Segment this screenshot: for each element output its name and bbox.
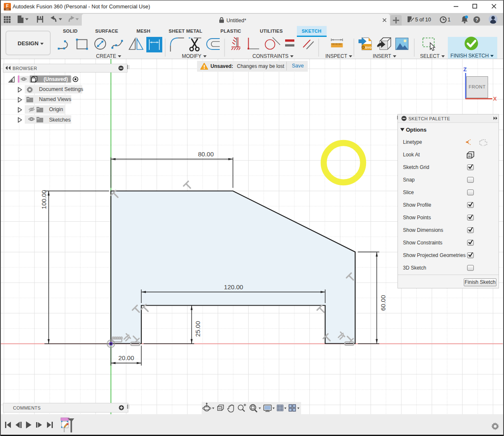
svg-text:20.00: 20.00 xyxy=(118,354,134,361)
svg-text:?: ? xyxy=(475,17,478,22)
svg-text:120.00: 120.00 xyxy=(224,283,243,291)
svg-text:60.00: 60.00 xyxy=(379,295,387,311)
svg-text:80.00: 80.00 xyxy=(198,151,214,158)
svg-text:X: X xyxy=(493,96,497,102)
svg-text:360: 360 xyxy=(6,8,9,10)
svg-text:SVG: SVG xyxy=(365,46,372,49)
svg-text:F: F xyxy=(6,4,8,8)
svg-text:25.00: 25.00 xyxy=(194,321,201,337)
svg-text:100.00: 100.00 xyxy=(40,190,47,209)
svg-text:Z: Z xyxy=(463,66,467,73)
